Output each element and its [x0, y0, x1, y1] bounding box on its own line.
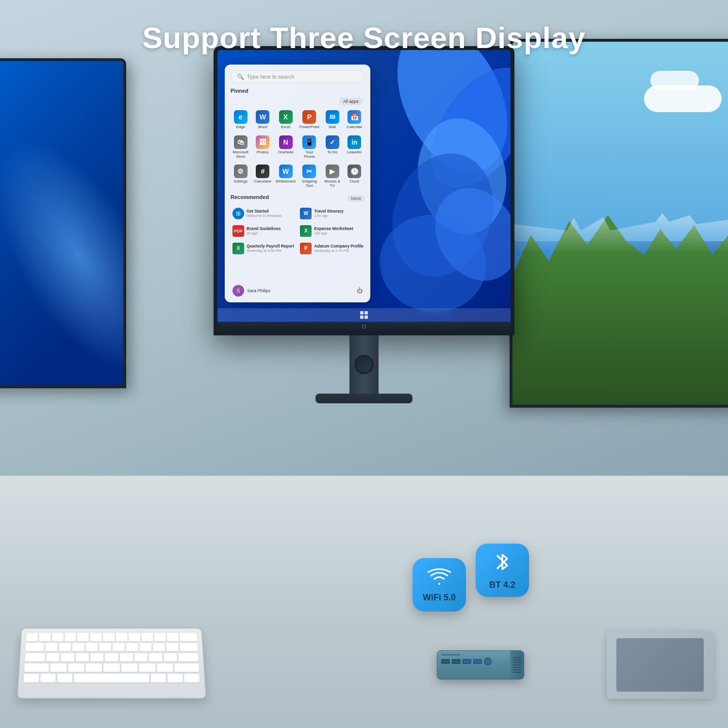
get-started-subtitle: Welcome to Windows	[247, 214, 294, 218]
key-shift-l	[24, 663, 49, 672]
app-clock[interactable]: 🕐 Clock	[344, 163, 364, 190]
app-store[interactable]: 🛍 Microsoft Store	[231, 133, 251, 161]
app-snipping[interactable]: ✂ Snipping Tool	[298, 163, 320, 190]
app-phone[interactable]: 📱 Your Phone	[298, 133, 320, 161]
more-button[interactable]: More	[347, 195, 364, 202]
avatar: S	[232, 285, 244, 297]
get-started-icon: ⊞	[232, 208, 244, 219]
app-movies[interactable]: ▶ Movies & TV	[322, 163, 343, 190]
powerpoint-label: PowerPoint	[299, 125, 319, 130]
key	[61, 653, 74, 662]
whiteboard-label: Whiteboard	[276, 180, 296, 184]
key	[116, 633, 128, 641]
key	[90, 653, 103, 662]
svg-point-4	[419, 173, 511, 296]
device-display	[616, 638, 704, 692]
key	[164, 653, 177, 662]
right-device-screen	[607, 631, 713, 699]
pc-ports	[441, 658, 520, 665]
app-calendar[interactable]: 📅 Calendar	[344, 108, 364, 132]
rec-adatum[interactable]: P Adatum Company Profile Yesterday at 1:…	[298, 241, 365, 256]
key-caps	[25, 653, 45, 662]
monitor-frame: 🔍 Type here to search Pinned All apps e …	[214, 46, 514, 335]
key	[52, 633, 64, 641]
app-powerpoint[interactable]: P PowerPoint	[298, 108, 320, 132]
power-button[interactable]	[362, 325, 366, 329]
app-photos[interactable]: 🖼 Photos	[253, 133, 273, 161]
photos-label: Photos	[257, 150, 269, 155]
usb-port-4	[473, 659, 482, 664]
calculator-label: Calculator	[254, 180, 271, 184]
vent-7	[513, 672, 521, 673]
key-win	[40, 674, 56, 682]
pc-power-button[interactable]	[484, 658, 492, 665]
all-apps-button[interactable]: All apps	[339, 98, 363, 105]
rec-get-started[interactable]: ⊞ Get Started Welcome to Windows	[231, 206, 296, 221]
travel-time: 17m ago	[314, 214, 364, 218]
app-todo[interactable]: ✓ To Do	[322, 133, 343, 161]
search-bar[interactable]: 🔍 Type here to search	[231, 70, 364, 83]
key	[45, 643, 57, 651]
right-device	[607, 631, 713, 699]
mail-label: Mail	[329, 125, 336, 130]
expense-info: Expense Worksheet 12h ago	[314, 226, 364, 235]
calendar-icon: 📅	[347, 110, 361, 124]
vent-1	[513, 657, 521, 658]
start-button[interactable]	[360, 311, 368, 319]
key	[112, 643, 124, 651]
key	[126, 643, 138, 651]
key	[167, 633, 179, 641]
monitor-left-screen	[0, 61, 123, 385]
expense-name: Expense Worksheet	[314, 226, 364, 231]
store-icon: 🛍	[234, 135, 248, 149]
key-ctrl-r	[184, 674, 199, 682]
snipping-icon: ✂	[302, 165, 316, 178]
phone-label: Your Phone	[299, 150, 319, 159]
rec-travel[interactable]: W Travel Itinerary 17m ago	[298, 206, 365, 221]
linkedin-icon: in	[347, 135, 361, 149]
get-started-info: Get Started Welcome to Windows	[247, 209, 294, 218]
user-profile[interactable]: S Sara Philips ⏻	[231, 283, 364, 298]
key	[120, 653, 133, 662]
app-mail[interactable]: ✉ Mail	[322, 108, 343, 132]
clock-label: Clock	[349, 180, 359, 184]
monitor-right-screen	[513, 42, 728, 405]
whiteboard-icon: W	[279, 165, 293, 178]
snipping-label: Snipping Tool	[299, 180, 319, 188]
usb-port-3	[463, 659, 471, 664]
key	[152, 643, 165, 651]
keyboard	[17, 628, 206, 698]
movies-icon: ▶	[326, 165, 339, 178]
rec-brand[interactable]: PDF Brand Guidelines 2h ago	[231, 223, 296, 239]
app-excel[interactable]: X Excel	[275, 108, 297, 132]
onenote-label: OneNote	[278, 150, 294, 155]
keyboard-keys	[18, 629, 205, 687]
key	[85, 643, 98, 651]
svg-point-1	[411, 50, 511, 206]
app-calculator[interactable]: # Calculator	[253, 163, 273, 190]
app-whiteboard[interactable]: W Whiteboard	[275, 163, 297, 190]
key	[129, 633, 140, 641]
key	[58, 643, 70, 651]
start-tile-4	[364, 315, 368, 319]
app-edge[interactable]: e Edge	[231, 108, 251, 132]
expense-time: 12h ago	[314, 231, 364, 235]
key	[46, 653, 60, 662]
settings-label: Settings	[233, 180, 248, 184]
vent-3	[513, 662, 521, 663]
app-settings[interactable]: ⚙ Settings	[231, 163, 251, 190]
pc-vents	[510, 651, 524, 679]
vent-4	[513, 664, 521, 665]
key	[65, 633, 76, 641]
app-linkedin[interactable]: in LinkedIn	[344, 133, 364, 161]
todo-label: To Do	[327, 150, 337, 155]
payroll-time: Yesterday at 4:04 PM	[247, 248, 294, 253]
rec-expense[interactable]: X Expense Worksheet 12h ago	[298, 223, 365, 239]
key	[86, 663, 102, 672]
app-word[interactable]: W Word	[253, 108, 273, 132]
key-fn	[167, 674, 183, 682]
payroll-info: Quarterly Payroll Report Yesterday at 4:…	[247, 244, 294, 253]
rec-payroll[interactable]: X Quarterly Payroll Report Yesterday at …	[231, 241, 296, 256]
app-onenote[interactable]: N OneNote	[275, 133, 297, 161]
key-shift-r	[174, 663, 199, 672]
